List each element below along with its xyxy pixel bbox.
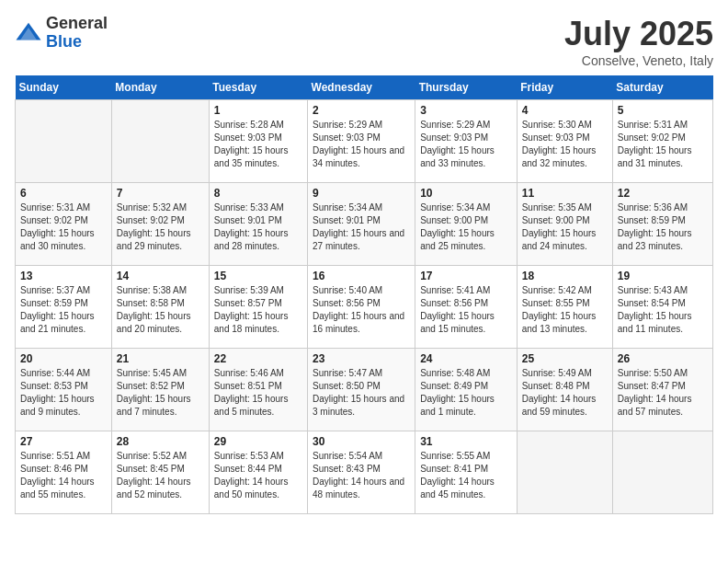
calendar-cell: 10Sunrise: 5:34 AMSunset: 9:00 PMDayligh… <box>415 183 518 266</box>
weekday-header: Thursday <box>415 75 518 100</box>
day-number: 20 <box>20 352 107 365</box>
day-info: Sunrise: 5:37 AMSunset: 8:59 PMDaylight:… <box>20 284 107 336</box>
day-number: 11 <box>522 187 608 200</box>
calendar-cell: 31Sunrise: 5:55 AMSunset: 8:41 PMDayligh… <box>415 431 518 514</box>
calendar-cell: 4Sunrise: 5:30 AMSunset: 9:03 PMDaylight… <box>517 100 612 183</box>
day-number: 5 <box>618 104 708 117</box>
day-info: Sunrise: 5:49 AMSunset: 8:48 PMDaylight:… <box>522 367 608 419</box>
day-info: Sunrise: 5:42 AMSunset: 8:55 PMDaylight:… <box>522 284 608 336</box>
day-info: Sunrise: 5:34 AMSunset: 9:01 PMDaylight:… <box>313 201 410 253</box>
calendar-cell: 18Sunrise: 5:42 AMSunset: 8:55 PMDayligh… <box>517 266 612 349</box>
weekday-header: Tuesday <box>209 75 307 100</box>
calendar-cell <box>111 100 209 183</box>
calendar-cell: 2Sunrise: 5:29 AMSunset: 9:03 PMDaylight… <box>308 100 415 183</box>
day-number: 17 <box>420 270 512 282</box>
day-number: 23 <box>313 352 410 365</box>
day-info: Sunrise: 5:31 AMSunset: 9:02 PMDaylight:… <box>20 201 107 253</box>
day-number: 26 <box>618 352 708 365</box>
day-number: 16 <box>313 270 410 282</box>
day-info: Sunrise: 5:40 AMSunset: 8:56 PMDaylight:… <box>313 284 410 336</box>
day-number: 9 <box>313 187 410 200</box>
calendar-cell: 21Sunrise: 5:45 AMSunset: 8:52 PMDayligh… <box>111 349 209 431</box>
calendar-cell: 30Sunrise: 5:54 AMSunset: 8:43 PMDayligh… <box>308 431 415 514</box>
day-number: 25 <box>522 352 608 365</box>
day-number: 22 <box>214 352 302 365</box>
day-info: Sunrise: 5:32 AMSunset: 9:02 PMDaylight:… <box>117 201 204 253</box>
day-info: Sunrise: 5:45 AMSunset: 8:52 PMDaylight:… <box>117 367 204 419</box>
day-info: Sunrise: 5:47 AMSunset: 8:50 PMDaylight:… <box>313 367 410 419</box>
weekday-header: Friday <box>517 75 612 100</box>
calendar-cell: 20Sunrise: 5:44 AMSunset: 8:53 PMDayligh… <box>16 349 112 431</box>
day-number: 7 <box>117 187 204 200</box>
day-info: Sunrise: 5:53 AMSunset: 8:44 PMDaylight:… <box>214 450 302 501</box>
calendar-cell: 28Sunrise: 5:52 AMSunset: 8:45 PMDayligh… <box>111 431 209 514</box>
calendar-cell: 13Sunrise: 5:37 AMSunset: 8:59 PMDayligh… <box>16 266 112 349</box>
day-number: 10 <box>420 187 512 200</box>
day-number: 3 <box>420 104 512 117</box>
day-info: Sunrise: 5:34 AMSunset: 9:00 PMDaylight:… <box>420 201 512 253</box>
calendar-week-row: 20Sunrise: 5:44 AMSunset: 8:53 PMDayligh… <box>16 349 713 431</box>
day-number: 27 <box>20 435 107 448</box>
day-number: 28 <box>117 435 204 448</box>
day-number: 24 <box>420 352 512 365</box>
weekday-header-row: SundayMondayTuesdayWednesdayThursdayFrid… <box>16 75 713 100</box>
day-number: 14 <box>117 270 204 282</box>
day-number: 13 <box>20 270 107 282</box>
calendar-cell: 5Sunrise: 5:31 AMSunset: 9:02 PMDaylight… <box>612 100 712 183</box>
day-number: 21 <box>117 352 204 365</box>
calendar-cell: 8Sunrise: 5:33 AMSunset: 9:01 PMDaylight… <box>209 183 307 266</box>
subtitle: Conselve, Veneto, Italy <box>564 53 713 68</box>
calendar-table: SundayMondayTuesdayWednesdayThursdayFrid… <box>15 75 713 514</box>
day-info: Sunrise: 5:35 AMSunset: 9:00 PMDaylight:… <box>522 201 608 253</box>
day-number: 29 <box>214 435 302 448</box>
calendar-cell: 3Sunrise: 5:29 AMSunset: 9:03 PMDaylight… <box>415 100 518 183</box>
calendar-cell: 17Sunrise: 5:41 AMSunset: 8:56 PMDayligh… <box>415 266 518 349</box>
day-info: Sunrise: 5:29 AMSunset: 9:03 PMDaylight:… <box>313 119 410 170</box>
day-info: Sunrise: 5:48 AMSunset: 8:49 PMDaylight:… <box>420 367 512 419</box>
day-number: 6 <box>20 187 107 200</box>
day-info: Sunrise: 5:46 AMSunset: 8:51 PMDaylight:… <box>214 367 302 419</box>
logo-icon <box>15 19 42 47</box>
logo-general: General <box>46 15 108 33</box>
day-info: Sunrise: 5:54 AMSunset: 8:43 PMDaylight:… <box>313 450 410 501</box>
calendar-cell: 15Sunrise: 5:39 AMSunset: 8:57 PMDayligh… <box>209 266 307 349</box>
calendar-cell <box>612 431 712 514</box>
day-number: 30 <box>313 435 410 448</box>
day-info: Sunrise: 5:38 AMSunset: 8:58 PMDaylight:… <box>117 284 204 336</box>
weekday-header: Sunday <box>16 75 112 100</box>
day-number: 18 <box>522 270 608 282</box>
calendar-week-row: 6Sunrise: 5:31 AMSunset: 9:02 PMDaylight… <box>16 183 713 266</box>
calendar-cell: 1Sunrise: 5:28 AMSunset: 9:03 PMDaylight… <box>209 100 307 183</box>
day-info: Sunrise: 5:55 AMSunset: 8:41 PMDaylight:… <box>420 450 512 501</box>
day-info: Sunrise: 5:30 AMSunset: 9:03 PMDaylight:… <box>522 119 608 170</box>
calendar-cell: 25Sunrise: 5:49 AMSunset: 8:48 PMDayligh… <box>517 349 612 431</box>
weekday-header: Wednesday <box>308 75 415 100</box>
weekday-header: Saturday <box>612 75 712 100</box>
day-info: Sunrise: 5:28 AMSunset: 9:03 PMDaylight:… <box>214 119 302 170</box>
day-info: Sunrise: 5:51 AMSunset: 8:46 PMDaylight:… <box>20 450 107 501</box>
month-title: July 2025 <box>564 15 713 53</box>
weekday-header: Monday <box>111 75 209 100</box>
day-info: Sunrise: 5:36 AMSunset: 8:59 PMDaylight:… <box>618 201 708 253</box>
day-info: Sunrise: 5:44 AMSunset: 8:53 PMDaylight:… <box>20 367 107 419</box>
calendar-week-row: 13Sunrise: 5:37 AMSunset: 8:59 PMDayligh… <box>16 266 713 349</box>
logo-blue: Blue <box>46 33 108 52</box>
day-info: Sunrise: 5:52 AMSunset: 8:45 PMDaylight:… <box>117 450 204 501</box>
calendar-cell <box>517 431 612 514</box>
day-number: 4 <box>522 104 608 117</box>
calendar-cell: 19Sunrise: 5:43 AMSunset: 8:54 PMDayligh… <box>612 266 712 349</box>
calendar-cell: 11Sunrise: 5:35 AMSunset: 9:00 PMDayligh… <box>517 183 612 266</box>
calendar-cell: 29Sunrise: 5:53 AMSunset: 8:44 PMDayligh… <box>209 431 307 514</box>
day-info: Sunrise: 5:33 AMSunset: 9:01 PMDaylight:… <box>214 201 302 253</box>
calendar-cell: 22Sunrise: 5:46 AMSunset: 8:51 PMDayligh… <box>209 349 307 431</box>
calendar-cell: 16Sunrise: 5:40 AMSunset: 8:56 PMDayligh… <box>308 266 415 349</box>
logo: General Blue <box>15 15 108 52</box>
day-number: 31 <box>420 435 512 448</box>
calendar-cell: 6Sunrise: 5:31 AMSunset: 9:02 PMDaylight… <box>16 183 112 266</box>
calendar-cell: 14Sunrise: 5:38 AMSunset: 8:58 PMDayligh… <box>111 266 209 349</box>
day-number: 1 <box>214 104 302 117</box>
day-number: 8 <box>214 187 302 200</box>
day-number: 12 <box>618 187 708 200</box>
title-block: July 2025 Conselve, Veneto, Italy <box>564 15 713 68</box>
calendar-cell: 26Sunrise: 5:50 AMSunset: 8:47 PMDayligh… <box>612 349 712 431</box>
